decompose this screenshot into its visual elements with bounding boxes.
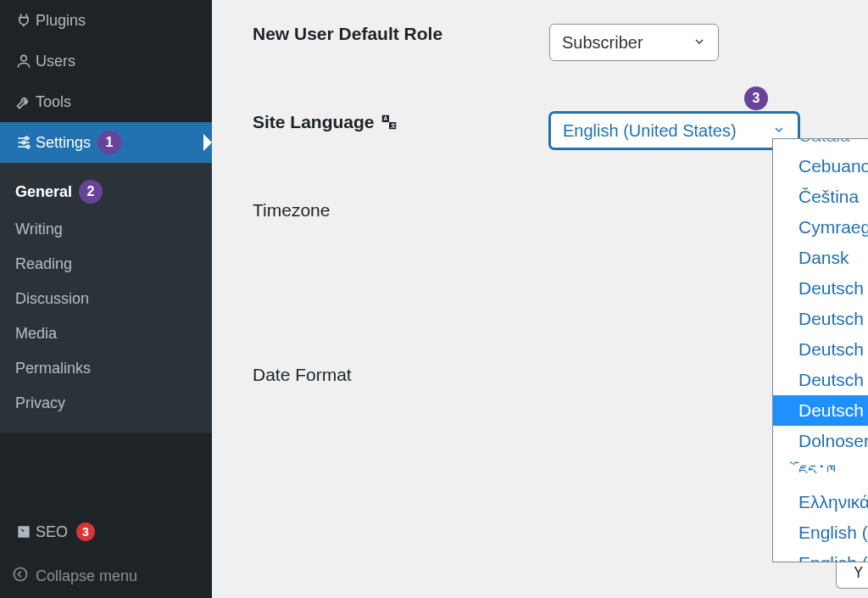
svg-text:A: A (383, 115, 387, 121)
seo-update-badge: 3 (76, 523, 95, 541)
language-option[interactable]: Deutsch (Schweiz) (773, 365, 868, 395)
sidebar-item-tools[interactable]: Tools (0, 81, 212, 122)
nav-label: Settings (36, 134, 91, 152)
sidebar-item-users[interactable]: Users (0, 41, 212, 81)
seo-icon (12, 523, 36, 540)
sidebar-item-plugins[interactable]: Plugins (0, 0, 212, 41)
svg-point-1 (25, 137, 28, 139)
admin-sidebar: Plugins Users Tools Settings 1 General 2 (0, 0, 212, 598)
submenu-reading[interactable]: Reading (0, 247, 212, 282)
language-option[interactable]: English (Australia) (773, 548, 868, 562)
language-option[interactable]: Ελληνικά (773, 487, 868, 517)
nav-label: Tools (36, 93, 71, 111)
language-dropdown-list[interactable]: CatalàCebuanoČeštinaCymraegDanskDeutsch … (772, 138, 868, 562)
annotation-badge-2: 2 (79, 180, 103, 204)
site-language-select[interactable]: English (United States) (549, 112, 799, 149)
language-option[interactable]: Cebuano (773, 151, 868, 182)
collapse-label: Collapse menu (36, 567, 137, 585)
language-option[interactable]: Cymraeg (773, 212, 868, 243)
svg-point-0 (21, 55, 27, 61)
language-option[interactable]: Deutsch (Schweiz, Du) (773, 273, 868, 304)
sidebar-item-settings[interactable]: Settings 1 (0, 122, 212, 163)
user-icon (12, 53, 36, 70)
language-option[interactable]: Dansk (773, 243, 868, 273)
annotation-badge-3: 3 (744, 87, 768, 110)
language-option[interactable]: Deutsch (Sie) (773, 304, 868, 334)
annotation-badge-1: 1 (97, 131, 121, 154)
submenu-media[interactable]: Media (0, 316, 212, 351)
language-option[interactable]: Català (773, 138, 868, 151)
plugin-icon (12, 12, 36, 29)
language-option[interactable]: ཇོང་ཁ (773, 456, 868, 487)
site-language-label: Site Language A文 (253, 112, 549, 132)
language-option[interactable]: Deutsch (773, 334, 868, 365)
submenu-discussion[interactable]: Discussion (0, 282, 212, 316)
sidebar-item-seo[interactable]: SEO 3 (0, 510, 212, 554)
select-value: Subscriber (562, 33, 643, 53)
settings-submenu: General 2 Writing Reading Discussion Med… (0, 163, 212, 433)
language-option[interactable]: Deutsch (Österreich) (773, 395, 868, 426)
nav-label: SEO (36, 523, 68, 541)
translate-icon: A文 (380, 113, 398, 131)
svg-point-3 (26, 145, 29, 148)
nav-label: Plugins (36, 12, 86, 30)
collapse-menu[interactable]: Collapse menu (0, 554, 212, 598)
default-role-select[interactable]: Subscriber (549, 24, 719, 61)
svg-point-4 (14, 567, 27, 580)
submenu-label: General (15, 183, 72, 201)
nav-label: Users (36, 53, 75, 70)
svg-text:文: 文 (389, 122, 395, 128)
submenu-writing[interactable]: Writing (0, 212, 212, 247)
settings-general-form: New User Default Role Subscriber Site La… (212, 0, 868, 598)
language-option[interactable]: English (UK) (773, 517, 868, 548)
language-option[interactable]: Dolnoserbšćina (773, 426, 868, 456)
collapse-icon (12, 566, 36, 587)
submenu-general[interactable]: General 2 (0, 171, 212, 212)
submenu-privacy[interactable]: Privacy (0, 386, 212, 421)
chevron-down-icon (693, 33, 706, 53)
default-role-label: New User Default Role (253, 24, 549, 44)
timezone-label: Timezone (253, 200, 549, 221)
sliders-icon (12, 134, 36, 151)
submenu-permalinks[interactable]: Permalinks (0, 351, 212, 386)
select-value: English (United States) (563, 121, 737, 141)
wrench-icon (12, 93, 36, 110)
date-format-label: Date Format (253, 365, 549, 385)
language-option[interactable]: Čeština (773, 182, 868, 212)
svg-point-2 (22, 141, 25, 143)
